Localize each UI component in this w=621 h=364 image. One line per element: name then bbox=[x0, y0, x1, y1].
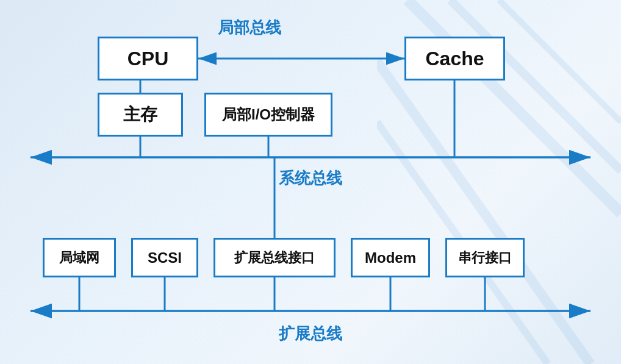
lan-box: 局域网 bbox=[43, 238, 116, 277]
modem-box: Modem bbox=[351, 238, 430, 277]
system-bus-label: 系统总线 bbox=[24, 168, 597, 189]
scsi-box: SCSI bbox=[131, 238, 198, 277]
expand-bus-label: 扩展总线 bbox=[24, 323, 597, 344]
cpu-box: CPU bbox=[98, 37, 198, 80]
serial-port-box: 串行接口 bbox=[445, 238, 525, 277]
expand-bus-interface-box: 扩展总线接口 bbox=[214, 238, 336, 277]
local-bus-label: 局部总线 bbox=[98, 17, 401, 38]
local-io-controller-box: 局部I/O控制器 bbox=[204, 93, 332, 137]
cache-box: Cache bbox=[404, 37, 505, 80]
main-memory-box: 主存 bbox=[98, 93, 183, 137]
